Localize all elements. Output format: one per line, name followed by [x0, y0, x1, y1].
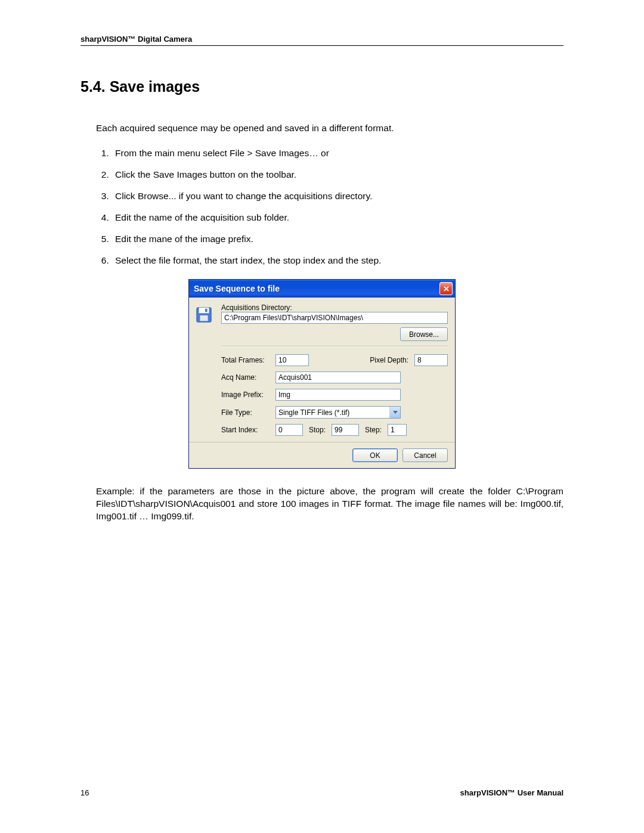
save-sequence-dialog: Save Sequence to file ✕	[188, 279, 456, 469]
close-button[interactable]: ✕	[439, 282, 453, 295]
total-frames-label: Total Frames:	[221, 356, 272, 364]
step-label: Step:	[365, 426, 382, 434]
pixel-depth-field[interactable]: 8	[414, 354, 448, 366]
page-number: 16	[80, 788, 89, 797]
start-index-field[interactable]: 0	[275, 424, 303, 436]
page-header: sharpVISION™ Digital Camera	[80, 33, 564, 46]
intro-paragraph: Each acquired sequence may be opened and…	[96, 123, 564, 134]
start-index-label: Start Index:	[221, 426, 272, 434]
ok-button[interactable]: OK	[352, 448, 398, 462]
image-prefix-label: Image Prefix:	[221, 391, 272, 399]
browse-button[interactable]: Browse...	[400, 327, 448, 341]
step-item: Edit the name of the acquisition sub fol…	[112, 212, 564, 223]
svg-rect-3	[205, 309, 208, 312]
section-heading: 5.4. Save images	[80, 78, 564, 95]
step-item: Edit the mane of the image prefix.	[112, 234, 564, 244]
close-icon: ✕	[443, 284, 450, 293]
header-text: sharpVISION™ Digital Camera	[80, 35, 192, 44]
acq-dir-label: Acquisitions Directory:	[221, 304, 448, 312]
footer-title: sharpVISION™ User Manual	[460, 788, 564, 797]
steps-list: From the main menu select File > Save Im…	[112, 148, 564, 266]
svg-rect-2	[200, 315, 208, 321]
step-field[interactable]: 1	[388, 424, 407, 436]
pixel-depth-label: Pixel Depth:	[370, 356, 408, 364]
divider	[221, 346, 448, 347]
page-footer: 16 sharpVISION™ User Manual	[80, 788, 564, 797]
save-disk-icon	[195, 306, 213, 324]
image-prefix-field[interactable]: Img	[275, 389, 401, 401]
svg-rect-1	[199, 308, 209, 313]
dialog-title: Save Sequence to file	[194, 284, 280, 293]
file-type-combo[interactable]: Single TIFF Files (*.tif)	[275, 406, 401, 419]
step-item: Click the Save Images button on the tool…	[112, 169, 564, 180]
total-frames-field[interactable]: 10	[275, 354, 309, 366]
stop-field[interactable]: 99	[332, 424, 359, 436]
cancel-button[interactable]: Cancel	[402, 448, 448, 462]
acq-dir-field[interactable]: C:\Program Files\IDT\sharpVISION\Images\	[221, 312, 448, 324]
stop-label: Stop:	[309, 426, 326, 434]
dialog-footer: OK Cancel	[189, 442, 455, 468]
step-item: From the main menu select File > Save Im…	[112, 148, 564, 159]
example-paragraph: Example: if the parameters are those in …	[96, 485, 564, 523]
file-type-label: File Type:	[221, 408, 272, 417]
step-item: Select the file format, the start index,…	[112, 255, 564, 266]
step-item: Click Browse... if you want to change th…	[112, 191, 564, 202]
chevron-down-icon[interactable]	[389, 407, 400, 418]
acq-name-label: Acq Name:	[221, 373, 272, 382]
dialog-titlebar[interactable]: Save Sequence to file ✕	[189, 280, 455, 298]
acq-name-field[interactable]: Acquis001	[275, 371, 401, 383]
